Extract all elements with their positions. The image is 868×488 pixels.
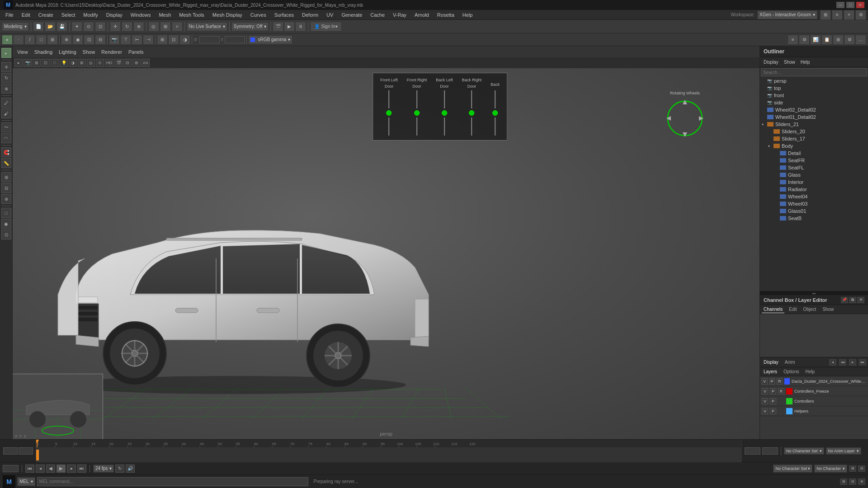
le-tab-layers[interactable]: Layers [762, 368, 779, 375]
misc-tool-6[interactable]: ⊡ [1, 230, 11, 239]
viewport-canvas[interactable]: Front Left Door Front Right Door Back Le… [13, 68, 760, 439]
layer-p-3[interactable]: P [770, 408, 776, 414]
tree-item-sliders-21[interactable]: ▾Sliders_21 [760, 121, 868, 128]
playback-end-input[interactable]: 120 [745, 447, 760, 455]
cb-nav-next[interactable]: ▸ [849, 359, 856, 366]
workspace-btn-1[interactable]: ⊞ [820, 10, 831, 20]
tree-item-sliders-20[interactable]: Sliders_20 [760, 128, 868, 135]
model-editor-btn[interactable]: ⊞ [833, 35, 844, 45]
layer-editor-btn[interactable]: 📋 [821, 35, 832, 45]
layer-item-1[interactable]: VPRControllers_Freeze [760, 386, 868, 396]
shaded-btn[interactable]: ◑ [179, 35, 190, 45]
tree-item-glass01[interactable]: Glass01 [760, 207, 868, 215]
sign-in-btn[interactable]: 👤 Sign In ▾ [310, 22, 341, 32]
tree-item-radiator[interactable]: Radiator [760, 186, 868, 193]
ctrl-dot-b[interactable] [492, 110, 498, 116]
cb-nav-prev[interactable]: ◂ [829, 359, 836, 366]
menu-mesh-tools[interactable]: Mesh Tools [175, 11, 208, 19]
cb-tab-show[interactable]: Show [821, 306, 835, 313]
tree-item-front[interactable]: 📷front [760, 92, 868, 99]
tree-item-body[interactable]: ▾Body [760, 142, 868, 150]
menu-mesh-display[interactable]: Mesh Display [209, 11, 246, 19]
misc-tool-2[interactable]: ⊟ [1, 183, 11, 193]
new-file-btn[interactable]: 📄 [33, 22, 44, 32]
symmetry-dropdown[interactable]: Symmetry: Off ▾ [231, 22, 269, 31]
surface-tool[interactable]: ◠ [1, 133, 11, 143]
attr-editor-btn[interactable]: ≡ [788, 35, 798, 45]
workspace-btn-2[interactable]: ≡ [832, 10, 843, 20]
tree-item-seatfr[interactable]: SeatFR [760, 157, 868, 164]
select-tool-btn[interactable]: ✦ [71, 22, 82, 32]
menu-windows[interactable]: Windows [127, 11, 155, 19]
layer-r-0[interactable]: R [777, 378, 783, 385]
menu-curves[interactable]: Curves [247, 11, 270, 19]
misc-tool-3[interactable]: ⊕ [1, 194, 11, 204]
bottom-extra-1[interactable]: ⊞ [840, 479, 847, 485]
cb-tab-channels[interactable]: Channels [762, 306, 784, 313]
cb-anim-tab[interactable]: Anim [783, 359, 797, 366]
face-btn[interactable]: □ [36, 35, 47, 45]
viewport[interactable]: View Shading Lighting Show Renderer Pane… [13, 46, 760, 439]
vi-xray-btn[interactable]: ◎ [87, 59, 95, 67]
save-file-btn[interactable]: 💾 [57, 22, 67, 32]
render-btn[interactable]: 🎬 [273, 22, 283, 32]
vi-persp-btn[interactable]: ⊡ [42, 59, 50, 67]
vi-aa-btn[interactable]: AA [142, 59, 150, 67]
move-tool-btn[interactable]: ✛ [110, 22, 121, 32]
command-input[interactable] [37, 477, 308, 486]
select-tool[interactable]: ▸ [1, 48, 11, 58]
cb-tab-object[interactable]: Object [802, 306, 818, 313]
mode-dropdown[interactable]: Modeling ▾ [2, 22, 29, 31]
scale-tool[interactable]: ⊕ [1, 84, 11, 94]
anim-layer-dropdown[interactable]: No Anim Layer ▾ [826, 447, 861, 455]
vertex-btn[interactable]: · [13, 35, 24, 45]
menu-cache[interactable]: Cache [367, 11, 388, 19]
extra-btn[interactable]: … [855, 35, 866, 45]
viewport-menu-view[interactable]: View [15, 48, 30, 56]
select-mode-btn[interactable]: ▸ [2, 35, 13, 45]
menu-vray[interactable]: V-Ray [389, 11, 410, 19]
vi-grid-btn[interactable]: ⊞ [132, 59, 141, 67]
le-tab-help[interactable]: Help [803, 368, 816, 375]
vi-wireframe-btn[interactable]: ⊞ [78, 59, 86, 67]
frame-field[interactable]: 1.00 [225, 36, 245, 43]
misc-tool-4[interactable]: □ [1, 208, 11, 218]
pb-extra-2[interactable]: ⊟ [858, 465, 865, 472]
tree-item-wheel04[interactable]: Wheel04 [760, 193, 868, 200]
total-end-input[interactable]: 200 [762, 447, 778, 455]
ipr-btn[interactable]: ▶ [284, 22, 295, 32]
goto-start-btn[interactable]: ⏮ [25, 465, 34, 473]
play-forward-btn[interactable]: ▶ [57, 465, 66, 473]
timeline-track[interactable]: 1 5 10 15 20 25 30 35 40 45 50 55 60 65 … [36, 440, 741, 462]
edge-btn[interactable]: / [24, 35, 35, 45]
menu-file[interactable]: File [2, 11, 17, 19]
viewport-menu-panels[interactable]: Panels [127, 48, 146, 56]
bottom-extra-2[interactable]: ⊟ [849, 479, 856, 485]
pb-extra-1[interactable]: ⊞ [849, 465, 856, 472]
script-mode-dropdown[interactable]: MEL ▾ [17, 477, 35, 486]
paint-tool[interactable]: 🖌 [1, 108, 11, 118]
layer-item-0[interactable]: VPRDacia_Duster_2024_Crossover_White_Rig… [760, 376, 868, 386]
vi-shadow-btn[interactable]: ◑ [69, 59, 77, 67]
le-tab-options[interactable]: Options [782, 368, 801, 375]
tree-item-wheel02-detail02[interactable]: Wheel02_Detail02 [760, 106, 868, 113]
step-back-btn[interactable]: ◂ [36, 465, 45, 473]
channel-box-btn[interactable]: 📊 [810, 35, 821, 45]
time-field[interactable]: 0.00 [199, 36, 220, 43]
menu-arnold[interactable]: Arnold [411, 11, 433, 19]
menu-display[interactable]: Display [103, 11, 126, 19]
fps-dropdown[interactable]: 24 fps ▾ [93, 465, 114, 473]
channel-box-float[interactable]: ⧉ [849, 297, 856, 303]
cb-display-tab[interactable]: Display [762, 359, 780, 366]
scale-tool-btn[interactable]: ⊕ [133, 22, 144, 32]
vi-resolution-btn[interactable]: HD [105, 59, 113, 67]
paint-select-btn[interactable]: ⊡ [95, 22, 106, 32]
soft-select-btn[interactable]: ◎ [148, 22, 159, 32]
step-forward-btn[interactable]: ▸ [67, 465, 76, 473]
tree-item-top[interactable]: 📷top [760, 84, 868, 92]
misc-tool-1[interactable]: ⊞ [1, 172, 11, 182]
pause-btn[interactable]: ⏸ [295, 22, 306, 32]
color-space-dropdown[interactable]: sRGB gamma ▾ [248, 35, 293, 44]
snap-tool[interactable]: 🧲 [1, 147, 11, 157]
misc-tool-5[interactable]: ◉ [1, 219, 11, 229]
